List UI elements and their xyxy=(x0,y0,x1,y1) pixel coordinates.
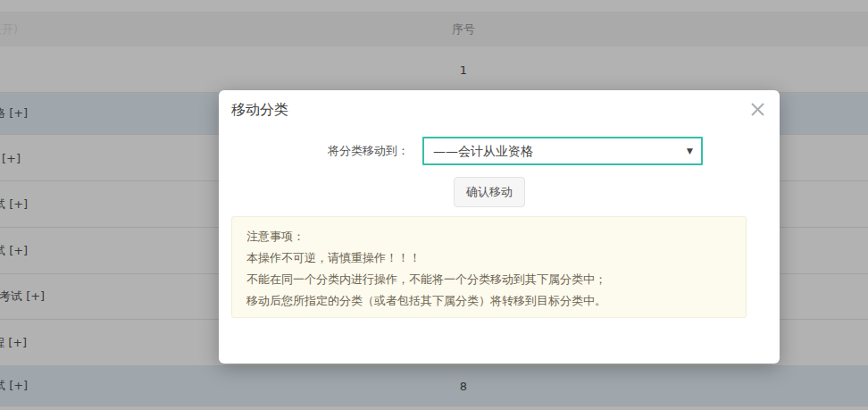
move-category-dialog: 移动分类 将分类移动到： ——会计从业资格 ▼ 确认移动 注意事项： 本操作不可… xyxy=(219,90,780,364)
notice-line: 不能在同一个分类内进行操作，不能将一个分类移动到其下属分类中； xyxy=(246,269,731,290)
notice-box: 注意事项： 本操作不可逆，请慎重操作！！！ 不能在同一个分类内进行操作，不能将一… xyxy=(231,216,747,318)
confirm-move-button[interactable]: 确认移动 xyxy=(454,177,525,207)
target-category-select[interactable]: ——会计从业资格 ▼ xyxy=(422,137,703,165)
notice-line: 本操作不可逆，请慎重操作！！！ xyxy=(246,247,731,269)
notice-line: 注意事项： xyxy=(246,226,731,247)
dialog-title: 移动分类 xyxy=(231,101,288,120)
select-value: ——会计从业资格 xyxy=(433,138,533,163)
chevron-down-icon: ▼ xyxy=(687,146,693,155)
close-icon[interactable] xyxy=(750,102,765,117)
notice-line: 移动后您所指定的分类（或者包括其下属分类）将转移到目标分类中。 xyxy=(246,290,731,312)
move-target-label: 将分类移动到： xyxy=(219,137,409,165)
